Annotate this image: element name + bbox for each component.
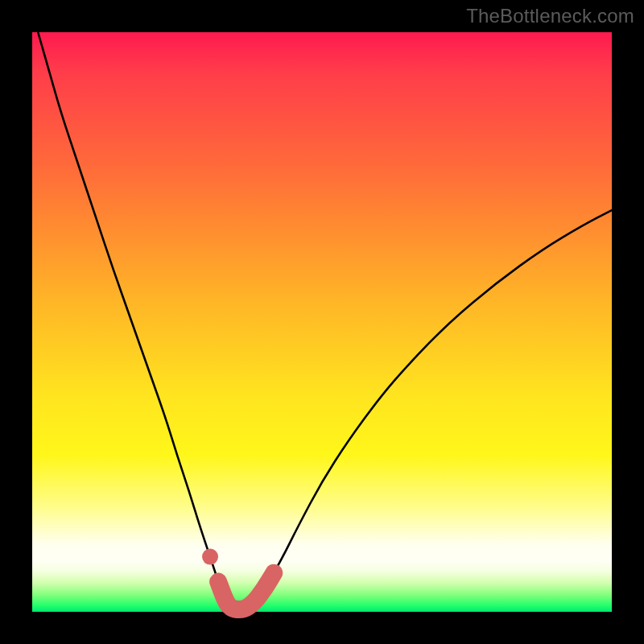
highlight-arc: [218, 573, 274, 609]
chart-svg: [32, 32, 612, 612]
chart-frame: TheBottleneck.com: [0, 0, 644, 644]
bottleneck-curve: [38, 32, 612, 609]
highlight-dot: [202, 549, 218, 565]
watermark-text: TheBottleneck.com: [466, 5, 634, 27]
